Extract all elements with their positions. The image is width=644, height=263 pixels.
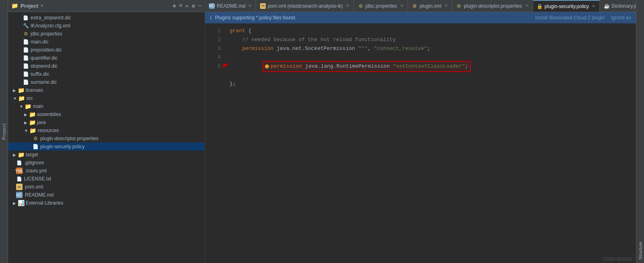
tree-item-surname[interactable]: 📄 surname.dic [8,78,205,86]
tab-plugin-desc[interactable]: ⚙ plugin-descriptor.properties ✕ [452,0,533,12]
info-icon: ℹ [210,15,212,21]
editor-area: MD README.md ✕ m pom.xml (elasticsearch-… [205,0,636,263]
tree-item-main-dic[interactable]: 📄 main.dic [8,38,205,46]
tab-readme-close[interactable]: ✕ [248,3,252,8]
tree-item-quantifier[interactable]: 📄 quantifier.dic [8,54,205,62]
folder-licenses-icon: 📁 [18,87,24,93]
tree-item-resources[interactable]: ▼ 📁 resources [8,126,205,135]
dic-file-icon: 📄 [23,14,29,21]
tree-item-jdbc-properties[interactable]: ⚙ jdbc.properties [8,30,205,38]
watermark-label: CSDN @GEK1 [603,257,633,261]
code-line-4: permission java.lang.RuntimePermission "… [230,53,636,80]
tab-policy-icon: 🔒 [537,4,543,9]
tree-item-java[interactable]: ▶ 📁 java [8,118,205,126]
tree-item-preposition[interactable]: 📄 preposition.dic [8,46,205,54]
chevron-right-java-icon: ▶ [24,120,27,125]
policy-file-icon: 📄 [32,143,39,150]
breakpoint-dot[interactable] [265,64,269,68]
tab-jdbc-icon: ⚙ [358,3,363,9]
tab-bar: MD README.md ✕ m pom.xml (elasticsearch-… [205,0,636,12]
tab-dict-java-icon: ☕ [604,3,609,9]
chevron-down-main-icon: ▼ [19,104,23,109]
locate-icon[interactable]: ⊕ [173,3,176,9]
tab-readme[interactable]: MD README.md ✕ [205,0,256,12]
prop-file-icon: ⚙ [23,31,29,37]
tree-item-stopword[interactable]: 📄 stopword.dic [8,62,205,70]
tree-item-ikanalyzer[interactable]: 🔧 IKAnalyzer.cfg.xml [8,22,205,30]
dic-file-icon3: 📄 [23,47,29,53]
tree-item-readme[interactable]: MD README.md [8,191,205,199]
tree-item-travis[interactable]: YML .travis.yml [8,167,205,175]
expand-icon[interactable]: ⇔ [186,3,189,9]
sidebar-header-icons: ⊕ ≡ ⇔ ⚙ — [173,3,201,9]
yaml-file-icon: YML [16,168,23,174]
notification-text: Plugins supporting *.policy files found. [215,15,296,21]
notification-bar: ℹ Plugins supporting *.policy files foun… [205,12,636,23]
tree-item-license[interactable]: 📄 LICENSE.txt [8,175,205,183]
chevron-right-extlibs-icon: ▶ [13,201,16,205]
tab-pom-close[interactable]: ✕ [346,3,349,8]
install-plugin-link[interactable]: Install Illuminated Cloud 2 plugin [535,15,605,21]
arrow-indicator: → [26,144,31,149]
tab-pom[interactable]: m pom.xml (elasticsearch-analysis-ik) ✕ [256,0,354,12]
minimize-icon[interactable]: — [198,3,201,9]
xml-file-icon: 🔧 [23,23,29,29]
tab-dictionary-label: Dictionary.java [611,3,636,9]
tab-readme-icon: MD [209,3,215,9]
folder-src-icon: 📁 [18,95,25,101]
code-line-1: grant { [230,27,636,35]
tab-pom-icon: m [260,3,266,9]
tab-plugin-security[interactable]: 🔒 plugin-security.policy ✕ [533,0,600,12]
chevron-down-src-icon: ▼ [13,96,17,101]
dic-file-icon6: 📄 [23,71,29,77]
code-content[interactable]: grant { // needed because of the hot rel… [223,23,636,263]
scroll-from-source-icon[interactable]: ≡ [179,3,183,9]
settings-icon[interactable]: ⚙ [192,3,195,9]
tree-item-plugin-security[interactable]: → 📄 plugin-security.policy [8,143,205,151]
file-tree: 📄 extra_stopword.dic 🔧 IKAnalyzer.cfg.xm… [8,12,205,263]
tab-dictionary-java[interactable]: ☕ Dictionary.java ✕ [600,0,636,12]
notification-actions: Install Illuminated Cloud 2 plugin Ignor… [535,15,631,21]
project-sidebar: 📁 Project ▼ ⊕ ≡ ⇔ ⚙ — 📄 extra_stopword.d… [8,0,205,263]
tree-item-main[interactable]: ▼ 📁 main [8,102,205,110]
code-editor[interactable]: 1 2 3 4 5 grant { // needed because of t… [205,23,636,263]
readme-md-icon: MD [16,192,23,198]
tab-plugin-desc-icon: ⚙ [456,3,462,9]
pom-xml-icon: m [16,184,23,190]
folder-main-icon: 📁 [25,103,31,110]
tree-item-target[interactable]: ▶ 📁 target [8,151,205,159]
dic-file-icon7: 📄 [23,79,29,85]
sidebar-title: Project [21,3,38,9]
folder-icon: 📁 [11,2,18,9]
chevron-right-target-icon: ▶ [13,153,16,157]
code-line-3: permission java.net.SocketPermission "*"… [230,44,636,53]
tree-item-licenses[interactable]: ▶ 📁 licenses [8,86,205,94]
folder-java-icon: 📁 [29,119,35,126]
sidebar-header: 📁 Project ▼ ⊕ ≡ ⇔ ⚙ — [8,0,205,12]
tab-plugin-xml-close[interactable]: ✕ [444,3,448,8]
tree-item-suffix[interactable]: 📄 suffix.dic [8,70,205,78]
tree-item-pom[interactable]: m pom.xml [8,183,205,191]
tree-item-gitignore[interactable]: 📄 .gitignore [8,159,205,167]
tree-item-src[interactable]: ▼ 📁 src [8,94,205,102]
tree-item-assemblies[interactable]: ▶ 📁 assemblies [8,110,205,118]
tab-jdbc-close[interactable]: ✕ [400,3,404,8]
code-line-5: }; [230,80,636,89]
tree-item-plugin-descriptor[interactable]: ⚙ plugin-descriptor.properties [8,135,205,143]
right-panel-label: Structure [636,0,644,263]
tab-plugin-xml[interactable]: ⚙ plugin.xml ✕ [408,0,452,12]
tree-item-extra-stopword[interactable]: 📄 extra_stopword.dic [8,14,205,22]
folder-assemblies-icon: 📁 [29,111,35,118]
highlighted-permission-line: permission java.lang.RuntimePermission "… [263,61,471,72]
sidebar-dropdown-arrow[interactable]: ▼ [41,4,43,8]
prop-plugin-desc-icon: ⚙ [32,135,39,142]
chevron-right-icon: ▶ [13,88,16,93]
tab-plugin-desc-close[interactable]: ✕ [525,3,529,8]
tab-policy-close[interactable]: ✕ [592,4,595,9]
tree-item-external-libs[interactable]: ▶ 📊 External Libraries [8,199,205,207]
dic-file-icon4: 📄 [23,55,29,61]
chevron-down-resources-icon: ▼ [24,128,28,133]
ignore-link[interactable]: Ignore ex [611,15,631,21]
tab-jdbc[interactable]: ⚙ jdbc.properties ✕ [354,0,408,12]
chevron-right-assemblies-icon: ▶ [24,112,27,117]
